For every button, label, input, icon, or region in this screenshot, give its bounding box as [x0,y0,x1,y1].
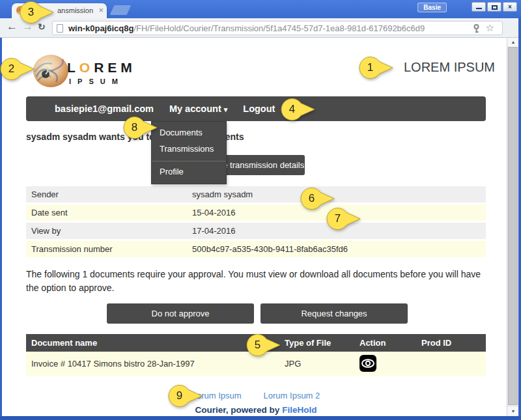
detail-label: View by [31,223,61,239]
filehold-link[interactable]: FileHold [282,405,317,415]
footer-link-2[interactable]: Lorum Ipsum 2 [264,391,320,400]
request-changes-button[interactable]: Request changes [260,303,408,324]
nautilus-logo-icon [31,53,70,92]
new-tab-button[interactable] [110,5,132,15]
transmission-details-table: Sender sysadm sysadm Date sent 15-04-201… [26,186,486,259]
browser-titlebar: ansmission × Basie × [0,0,521,18]
browser-profile-button[interactable]: Basie [417,3,447,12]
table-row: View by 17-04-2016 [26,223,486,239]
url-text[interactable]: win-k0paj6icq8g/FH/FileHold/Courier/Tran… [68,23,425,33]
nav-my-account[interactable]: My account ▾ [169,104,227,114]
footer-links: Lorum Ipsum Lorum Ipsum 2 [26,391,486,400]
scrollbar-thumb[interactable] [508,47,518,405]
page-icon [57,24,63,33]
url-path: /FH/FileHold/Courier/Transmission/5f1a47… [134,23,425,33]
window-frame-left [0,38,2,420]
detail-label: Date sent [31,204,68,221]
my-account-dropdown: Documents Transmissions Profile [151,121,227,184]
header-action: Action [359,334,421,352]
approval-notice: The following 1 documents require your a… [26,268,491,295]
vertical-scrollbar[interactable]: ▲ ▼ [507,38,518,416]
logo-text-line2: IPSUM [69,77,124,85]
main-navbar: basiepie1@gmail.com My account ▾ Logout [26,96,486,121]
scroll-up-icon[interactable]: ▲ [507,38,519,47]
detail-label: Transmission number [31,241,113,257]
url-host: win-k0paj6icq8g [68,23,134,33]
browser-toolbar: ← → ↻ win-k0paj6icq8g/FH/FileHold/Courie… [0,18,521,38]
callout-2: 2 [0,57,35,81]
dropdown-item-transmissions[interactable]: Transmissions [152,141,226,157]
prod-id-cell [421,352,486,376]
back-icon[interactable]: ← [7,20,18,33]
header-type-of-file: Type of File [285,334,359,352]
detail-value: sysadm sysadm [192,186,253,203]
callout-5: 5 [246,333,281,357]
key-icon[interactable] [473,24,480,36]
table-row: Date sent 15-04-2016 [26,204,486,221]
callout-8: 8 [123,115,158,140]
view-eye-icon[interactable] [359,355,376,381]
minimize-button[interactable] [472,2,486,12]
nav-user-email: basiepie1@gmail.com [55,104,154,114]
detail-value: 17-04-2016 [192,223,236,239]
maximize-button[interactable] [487,2,501,12]
browser-window: ansmission × Basie × ← → ↻ win-k0paj6icq… [0,0,521,420]
chevron-down-icon: ▾ [224,105,228,113]
callout-9: 9 [168,384,203,408]
file-type-cell: JPG [285,352,359,376]
tab-title: ansmission [57,7,93,14]
close-button[interactable]: × [503,2,517,12]
do-not-approve-button[interactable]: Do not approve [107,303,254,324]
callout-7: 7 [326,206,361,231]
header-prod-id: Prod ID [421,334,486,352]
callout-1: 1 [359,55,394,80]
dropdown-item-documents[interactable]: Documents [152,124,226,141]
action-cell [359,352,421,376]
dropdown-item-profile[interactable]: Profile [152,161,226,180]
site-title: LOREM IPSUM [404,60,495,75]
detail-value: 500b4c97-a535-430b-9411-8fab6ac35fd6 [192,241,348,257]
url-bar[interactable]: win-k0paj6icq8g/FH/FileHold/Courier/Tran… [52,21,503,35]
tagline-prefix: Courier, powered by [195,405,280,415]
detail-label: Sender [31,186,59,203]
table-row: Transmission number 500b4c97-a535-430b-9… [26,241,486,257]
scroll-down-icon[interactable]: ▼ [507,407,519,416]
logo-text-line1: LOREM [67,60,136,76]
callout-3: 3 [20,0,55,25]
detail-value: 15-04-2016 [192,204,236,221]
window-controls: × [472,2,517,12]
footer-tagline: Courier, powered by FileHold [26,405,486,415]
bookmark-star-icon[interactable]: ☆ [486,22,494,34]
nav-logout[interactable]: Logout [243,104,275,114]
window-frame-right [518,18,521,420]
table-row: Sender sysadm sysadm [26,186,486,203]
tab-close-icon[interactable]: × [98,5,104,16]
callout-4: 4 [281,97,316,122]
window-frame-bottom [0,416,521,420]
